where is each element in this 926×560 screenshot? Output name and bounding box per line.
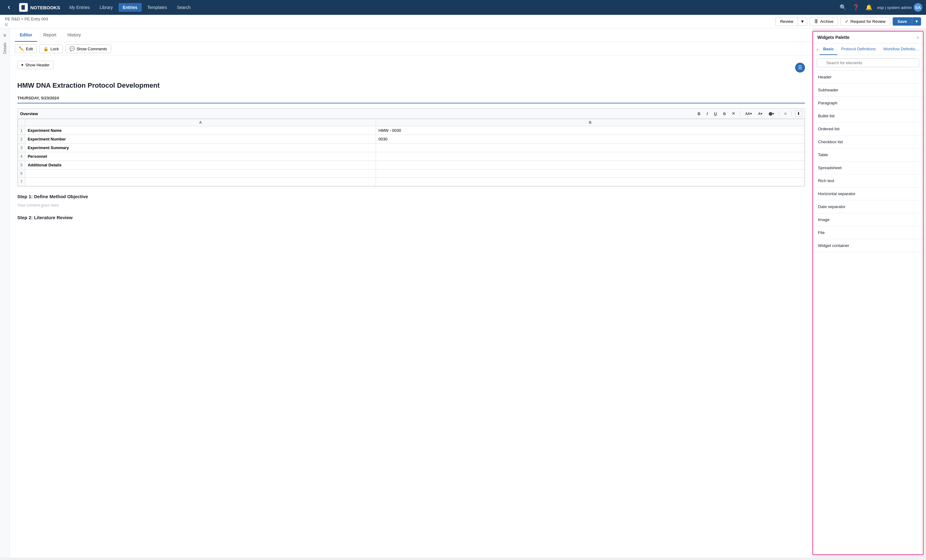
widget-item[interactable]: Horizontal separator bbox=[813, 188, 923, 200]
review-button[interactable]: Review ▼ bbox=[775, 17, 807, 26]
strikethrough-button[interactable]: S bbox=[721, 111, 728, 117]
widget-item[interactable]: Spreadsheet bbox=[813, 162, 923, 174]
sidebar-menu-icon[interactable]: ≡ bbox=[2, 31, 8, 40]
table-row: 6 bbox=[18, 170, 805, 178]
clear-format-button[interactable]: ✕ bbox=[730, 111, 737, 117]
row-col-b[interactable] bbox=[376, 152, 805, 161]
table-widget: Overview B I U S ✕ AA▾ A▾ ⬤▾ ≡ ⬇ bbox=[17, 108, 805, 186]
row-num-cell: 5 bbox=[18, 161, 25, 170]
nav-notifications-icon-btn[interactable]: 🔔 bbox=[864, 3, 873, 12]
download-button[interactable]: ⬇ bbox=[795, 110, 802, 117]
row-col-b[interactable] bbox=[376, 144, 805, 152]
tab-history[interactable]: History bbox=[62, 29, 86, 42]
sidebar-details-label[interactable]: Details bbox=[2, 40, 8, 56]
row-col-b[interactable] bbox=[376, 161, 805, 170]
svg-rect-3 bbox=[21, 8, 22, 9]
save-button[interactable]: Save ▼ bbox=[893, 17, 921, 26]
font-color-button[interactable]: A▾ bbox=[756, 111, 764, 117]
svg-rect-2 bbox=[21, 7, 22, 8]
row-col-a[interactable]: Experiment Name bbox=[25, 126, 376, 135]
document-title: HMW DNA Extraction Protocol Development bbox=[17, 82, 805, 89]
widget-item[interactable]: File bbox=[813, 226, 923, 239]
widget-item[interactable]: Subheader bbox=[813, 84, 923, 97]
table-separator-2 bbox=[779, 111, 779, 116]
widget-item[interactable]: Image bbox=[813, 213, 923, 226]
review-button-label[interactable]: Review bbox=[776, 17, 798, 26]
row-num-cell: 7 bbox=[18, 178, 25, 186]
breadcrumb-back-link[interactable]: ↩ bbox=[5, 22, 48, 26]
content-area: Editor Report History ✏️ Edit 🔒 Lock 💬 S… bbox=[10, 29, 813, 557]
svg-rect-1 bbox=[21, 6, 22, 6]
tab-editor[interactable]: Editor bbox=[15, 29, 37, 42]
row-col-a[interactable]: Personnel bbox=[25, 152, 376, 161]
align-button[interactable]: ≡ bbox=[782, 111, 788, 117]
table-separator-3 bbox=[791, 111, 792, 116]
widget-item[interactable]: Ordered list bbox=[813, 123, 923, 136]
row-col-b[interactable]: HMW - 0030 bbox=[376, 126, 805, 135]
row-col-a[interactable]: Additional Details bbox=[25, 161, 376, 170]
nav-logo: NOTEBOOKS bbox=[15, 3, 64, 12]
edit-button[interactable]: ✏️ Edit bbox=[15, 44, 37, 53]
nav-templates[interactable]: Templates bbox=[143, 3, 171, 12]
palette-tab-left-arrow[interactable]: ‹ bbox=[816, 44, 820, 54]
row-col-a[interactable] bbox=[25, 170, 376, 178]
palette-tab-workflow[interactable]: Workflow Definitio… bbox=[879, 44, 923, 55]
document-date: THURSDAY, 5/23/2024 bbox=[17, 96, 805, 103]
nav-search-icon-btn[interactable]: 🔍 bbox=[838, 3, 847, 12]
lock-label: Lock bbox=[50, 47, 59, 51]
nav-entries[interactable]: Entries bbox=[118, 3, 142, 12]
palette-close-button[interactable]: › bbox=[917, 35, 918, 40]
step2-title: Step 2: Literature Review bbox=[17, 215, 805, 220]
palette-tab-basic[interactable]: Basic bbox=[820, 44, 838, 55]
row-col-a[interactable] bbox=[25, 178, 376, 186]
nav-help-icon-btn[interactable]: ❓ bbox=[851, 3, 861, 12]
tab-report[interactable]: Report bbox=[38, 29, 61, 42]
edit-label: Edit bbox=[26, 47, 33, 51]
widget-item[interactable]: Paragraph bbox=[813, 97, 923, 110]
bold-button[interactable]: B bbox=[696, 111, 702, 117]
widget-item[interactable]: Checkbox list bbox=[813, 136, 923, 148]
row-col-b[interactable] bbox=[376, 170, 805, 178]
breadcrumb-left: PE R&D > PE Entry 003 ↩ bbox=[5, 17, 48, 26]
lock-button[interactable]: 🔒 Lock bbox=[39, 44, 63, 53]
widget-item[interactable]: Bullet list bbox=[813, 110, 923, 123]
breadcrumb-path: PE R&D > PE Entry 003 bbox=[5, 17, 48, 21]
widget-item[interactable]: Date separator bbox=[813, 200, 923, 213]
row-col-b[interactable]: 0030 bbox=[376, 135, 805, 144]
show-header-chevron: ▾ bbox=[21, 63, 23, 67]
widget-item[interactable]: Rich text bbox=[813, 174, 923, 188]
hamburger-menu-button[interactable]: ☰ bbox=[795, 63, 805, 73]
row-col-b[interactable] bbox=[376, 178, 805, 186]
nav-my-entries[interactable]: My Entries bbox=[65, 3, 94, 12]
show-header-button[interactable]: ▾ Show Header bbox=[17, 61, 54, 69]
nav-back-button[interactable] bbox=[4, 3, 14, 11]
request-review-button[interactable]: ✓ Request for Review bbox=[840, 17, 890, 26]
nav-search[interactable]: Search bbox=[172, 3, 195, 12]
show-comments-label: Show Comments bbox=[77, 47, 107, 51]
row-col-a[interactable]: Experiment Number bbox=[25, 135, 376, 144]
comments-icon: 💬 bbox=[70, 46, 75, 51]
nav-user-label: esp | system admin bbox=[877, 5, 912, 10]
save-button-arrow[interactable]: ▼ bbox=[912, 17, 921, 26]
widget-item[interactable]: Table bbox=[813, 148, 923, 162]
underline-button[interactable]: U bbox=[712, 111, 719, 117]
table-row: 5Additional Details bbox=[18, 161, 805, 170]
fill-color-button[interactable]: ⬤▾ bbox=[767, 111, 776, 117]
review-button-arrow[interactable]: ▼ bbox=[798, 17, 807, 26]
palette-tab-protocol[interactable]: Protocol Definitions bbox=[837, 44, 879, 55]
nav-library[interactable]: Library bbox=[95, 3, 117, 12]
archive-button[interactable]: 🗄 Archive bbox=[809, 17, 838, 26]
palette-search-input[interactable] bbox=[817, 58, 919, 67]
row-col-a[interactable]: Experiment Summary bbox=[25, 144, 376, 152]
lock-icon: 🔒 bbox=[43, 46, 48, 51]
widget-item[interactable]: Header bbox=[813, 71, 923, 84]
show-comments-button[interactable]: 💬 Show Comments bbox=[65, 44, 111, 53]
widget-item[interactable]: Widget container bbox=[813, 239, 923, 252]
save-button-label[interactable]: Save bbox=[893, 17, 912, 26]
step1-placeholder[interactable]: Your content goes here bbox=[17, 203, 805, 207]
table-row: 1Experiment NameHMW - 0030 bbox=[18, 126, 805, 135]
font-size-button[interactable]: AA▾ bbox=[743, 111, 754, 117]
col-a-header: A bbox=[25, 119, 376, 126]
request-review-label: Request for Review bbox=[850, 19, 885, 24]
italic-button[interactable]: I bbox=[705, 111, 710, 117]
